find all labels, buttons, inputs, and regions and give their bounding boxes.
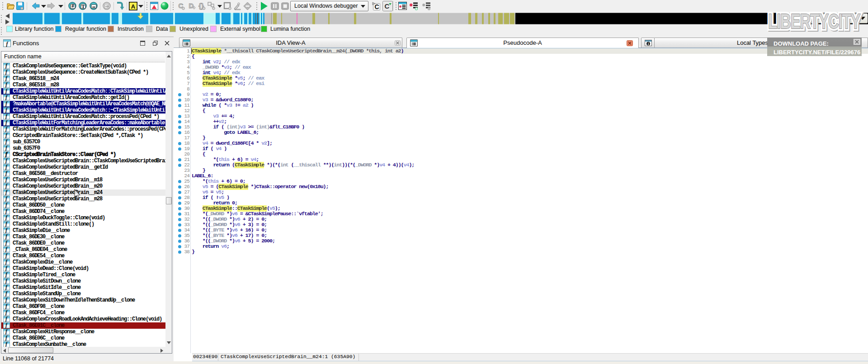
svg-text:xx: xx (92, 5, 95, 8)
svg-text:C: C (385, 2, 390, 10)
svg-text:A: A (131, 3, 136, 10)
svg-text:LIBERTYCITY: LIBERTYCITY (768, 9, 860, 33)
svg-text:#: # (71, 4, 74, 9)
svg-text:D: D (189, 2, 194, 9)
svg-text:C: C (374, 3, 379, 10)
svg-text:T: T (81, 4, 85, 9)
